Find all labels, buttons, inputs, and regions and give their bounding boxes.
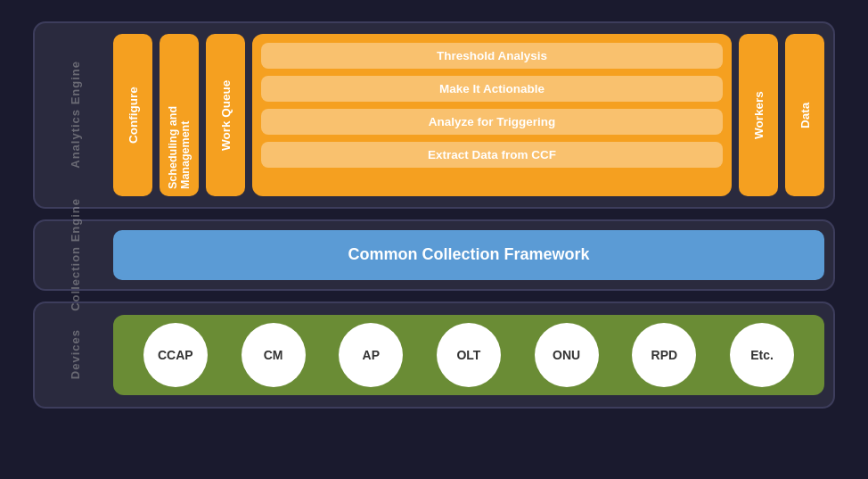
diagram-wrapper: Analytics Engine Configure Scheduling an… — [33, 21, 835, 458]
analytics-engine-label: Analytics Engine — [69, 61, 82, 169]
device-rpd: RPD — [632, 323, 696, 387]
ccap-label: CCAP — [158, 348, 193, 362]
collection-engine-label-container: Collection Engine — [44, 198, 106, 311]
extract-data-label: Extract Data from CCF — [428, 148, 556, 161]
device-etc: Etc. — [730, 323, 794, 387]
onu-label: ONU — [553, 348, 580, 362]
top-row-section: Analytics Engine Configure Scheduling an… — [33, 21, 835, 209]
device-onu: ONU — [535, 323, 599, 387]
extract-data-row: Extract Data from CCF — [261, 142, 723, 168]
data-label: Data — [798, 102, 812, 128]
rpd-label: RPD — [651, 348, 678, 362]
device-cm: CM — [242, 323, 306, 387]
middle-row-section: Collection Engine Common Collection Fram… — [33, 219, 835, 291]
collection-engine-label: Collection Engine — [69, 198, 82, 311]
threshold-analysis-label: Threshold Analysis — [437, 49, 547, 62]
scheduling-pill: Scheduling and Management — [160, 34, 199, 196]
threshold-analysis-row: Threshold Analysis — [261, 43, 723, 69]
ccf-bar: Common Collection Framework — [113, 230, 824, 280]
workqueue-pill: Work Queue — [206, 34, 245, 196]
workers-label: Workers — [752, 91, 766, 139]
bottom-row-section: Devices CCAP CM AP OLT ONU — [33, 301, 835, 409]
make-actionable-label: Make It Actionable — [439, 82, 545, 95]
configure-label: Configure — [127, 87, 140, 144]
make-actionable-row: Make It Actionable — [261, 76, 723, 102]
configure-pill: Configure — [113, 34, 152, 196]
olt-label: OLT — [456, 348, 480, 362]
inner-items-box: Threshold Analysis Make It Actionable An… — [252, 34, 732, 196]
workers-pill: Workers — [739, 34, 778, 196]
etc-label: Etc. — [750, 348, 774, 362]
devices-box: CCAP CM AP OLT ONU RPD Etc. — [113, 315, 824, 395]
main-container: Analytics Engine Configure Scheduling an… — [24, 12, 844, 467]
analyze-triggering-row: Analyze for Triggering — [261, 109, 723, 135]
analyze-triggering-label: Analyze for Triggering — [429, 115, 556, 128]
device-ccap: CCAP — [143, 323, 208, 387]
ccf-label: Common Collection Framework — [348, 245, 589, 264]
workqueue-label: Work Queue — [219, 79, 233, 150]
analytics-engine-label-container: Analytics Engine — [44, 34, 106, 196]
device-olt: OLT — [437, 323, 501, 387]
device-ap: AP — [339, 323, 403, 387]
devices-label: Devices — [69, 329, 82, 379]
data-pill: Data — [785, 34, 824, 196]
cm-label: CM — [264, 348, 283, 362]
ap-label: AP — [363, 348, 380, 362]
scheduling-label: Scheduling and Management — [167, 41, 192, 189]
devices-label-container: Devices — [44, 329, 106, 379]
